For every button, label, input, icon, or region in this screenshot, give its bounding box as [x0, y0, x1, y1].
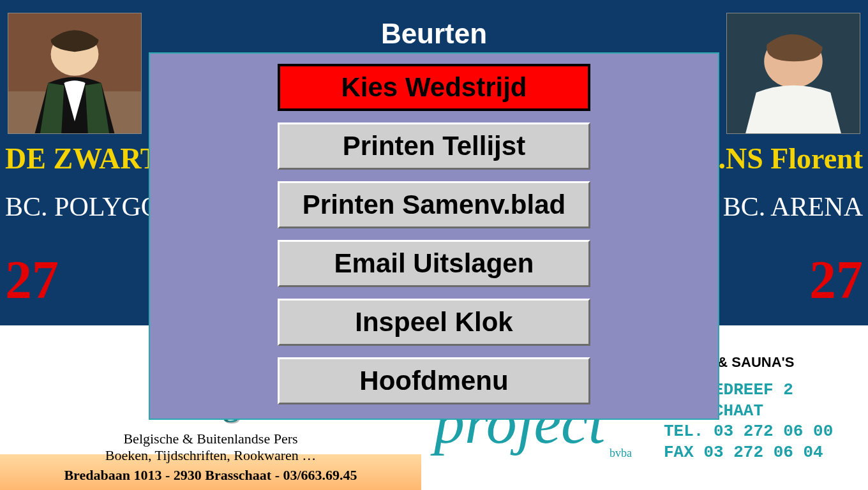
menu-button-1[interactable]: Printen Tellijst	[278, 122, 590, 170]
player-right-photo	[726, 13, 860, 134]
beurten-label: Beurten	[381, 18, 487, 50]
menu-button-0[interactable]: Kies Wedstrijd	[278, 64, 590, 111]
player-right-club: BC. ARENA	[723, 191, 863, 222]
player-right-score: 27	[809, 249, 863, 311]
menu-button-5[interactable]: Hoofdmenu	[278, 357, 590, 405]
menu-modal: Kies WedstrijdPrinten TellijstPrinten Sa…	[149, 52, 719, 420]
player-right-name: ...NS Florent	[703, 142, 863, 175]
ad-right-fax: FAX 03 272 06 04	[664, 442, 855, 463]
ad-left-desc1: Belgische & Buitenlandse Pers	[0, 431, 421, 447]
ad-left-address: Bredabaan 1013 - 2930 Brasschaat - 03/66…	[0, 467, 421, 484]
ad-left-desc2: Boeken, Tijdschriften, Rookwaren …	[0, 447, 421, 464]
menu-button-3[interactable]: Email Uitslagen	[278, 240, 590, 287]
menu-button-2[interactable]: Printen Samenv.blad	[278, 181, 590, 228]
player-left-photo	[8, 13, 142, 134]
menu-button-4[interactable]: Inspeel Klok	[278, 299, 590, 346]
player-left-score: 27	[5, 249, 59, 311]
ad-right-tel: TEL. 03 272 06 00	[664, 421, 855, 442]
